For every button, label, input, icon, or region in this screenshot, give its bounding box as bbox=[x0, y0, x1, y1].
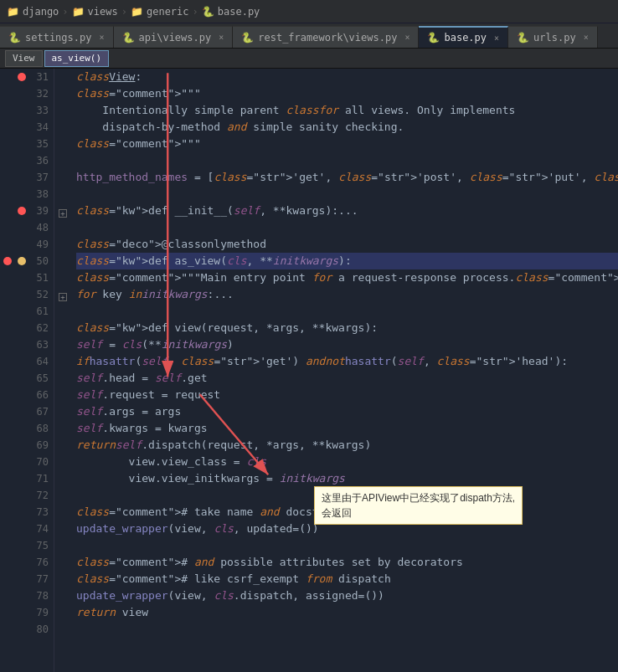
fold-icon-76 bbox=[54, 554, 71, 571]
code-line-77: class="comment"># like csrf_exempt from … bbox=[76, 571, 618, 587]
fold-icon-50 bbox=[54, 253, 71, 269]
tab-rest-framework-views[interactable]: 🐍 rest_framework\views.py × bbox=[233, 26, 419, 48]
fold-icon-37 bbox=[54, 169, 71, 186]
close-icon4[interactable]: × bbox=[494, 33, 499, 43]
code-line-63: self = cls(**initkwargs) bbox=[76, 336, 618, 353]
breadcrumb-file-basepy[interactable]: 🐍 base.py bbox=[202, 6, 260, 18]
line-number-68: 68 bbox=[3, 420, 49, 437]
tab-base-py[interactable]: 🐍 base.py × bbox=[419, 26, 508, 48]
debug-dot[interactable] bbox=[18, 207, 26, 215]
line-number-78: 78 bbox=[3, 587, 49, 604]
folder-icon: 📁 bbox=[7, 6, 19, 18]
code-line-35: class="comment">""" bbox=[76, 136, 618, 152]
line-number-61: 61 bbox=[3, 303, 49, 320]
fold-icon-48 bbox=[54, 219, 71, 236]
line-number-64: 64 bbox=[3, 353, 49, 370]
sep3: › bbox=[193, 6, 198, 18]
code-line-31: class View: bbox=[76, 69, 618, 85]
breadcrumb-folder-generic[interactable]: 📁 generic bbox=[131, 6, 189, 18]
line-number-74: 74 bbox=[3, 521, 49, 537]
code-line-80 bbox=[76, 621, 618, 638]
fold-icon-52[interactable]: + bbox=[54, 286, 71, 303]
line-number-70: 70 bbox=[3, 454, 49, 470]
close-icon5[interactable]: × bbox=[584, 33, 589, 42]
fold-icon-36 bbox=[54, 152, 71, 169]
fold-icon-79 bbox=[54, 604, 71, 621]
tab-icon3: 🐍 bbox=[241, 32, 254, 44]
line-number-80: 80 bbox=[3, 621, 49, 638]
line-number-34: 34 bbox=[3, 119, 49, 136]
tab-api-views[interactable]: 🐍 api\views.py × bbox=[114, 26, 234, 48]
fold-icon-51 bbox=[54, 269, 71, 286]
fold-icon-61 bbox=[54, 303, 71, 320]
debug-dot[interactable] bbox=[3, 257, 12, 265]
code-line-62: class="kw">def view(request, *args, **kw… bbox=[76, 320, 618, 336]
fold-icon-63 bbox=[54, 336, 71, 353]
tab-icon5: 🐍 bbox=[517, 32, 529, 44]
fold-icon-75 bbox=[54, 537, 71, 554]
chinese-tooltip: 这里由于APIView中已经实现了dispath方法, 会返回 bbox=[314, 486, 523, 525]
tab-settings[interactable]: 🐍 settings.py × bbox=[0, 26, 114, 48]
code-area[interactable]: class View: class="comment">""" Intentio… bbox=[71, 69, 618, 672]
sep2: › bbox=[121, 6, 127, 18]
line-number-32: 32 bbox=[3, 85, 49, 102]
code-line-75 bbox=[76, 537, 618, 554]
line-number-52: 52 bbox=[3, 286, 49, 303]
file-icon: 🐍 bbox=[202, 6, 214, 18]
code-line-69: return self.dispatch(request, *args, **k… bbox=[76, 437, 618, 454]
code-line-76: class="comment"># and possible attribute… bbox=[76, 554, 618, 571]
fold-icon-78 bbox=[54, 587, 71, 604]
line-number-39: 39 bbox=[3, 203, 49, 219]
breadcrumb-folder-django[interactable]: 📁 django bbox=[7, 6, 59, 18]
code-line-37: http_method_names = [class="str">'get', … bbox=[76, 169, 618, 186]
sep1: › bbox=[62, 6, 68, 18]
line-number-62: 62 bbox=[3, 320, 49, 336]
line-number-65: 65 bbox=[3, 370, 49, 387]
line-number-77: 77 bbox=[3, 571, 49, 587]
code-line-38 bbox=[76, 186, 618, 203]
code-line-39: class="kw">def __init__(self, **kwargs):… bbox=[76, 203, 618, 219]
line-number-72: 72 bbox=[3, 487, 49, 504]
line-number-69: 69 bbox=[3, 437, 49, 454]
line-number-79: 79 bbox=[3, 604, 49, 621]
subtab-as-view[interactable]: as_view() bbox=[44, 50, 110, 67]
code-line-64: if hasattr(self, class="str">'get') and … bbox=[76, 353, 618, 370]
code-line-36 bbox=[76, 152, 618, 169]
code-line-32: class="comment">""" bbox=[76, 85, 618, 102]
folder-icon3: 📁 bbox=[131, 6, 143, 18]
line-number-37: 37 bbox=[3, 169, 49, 186]
tab-bar: 🐍 settings.py × 🐍 api\views.py × 🐍 rest_… bbox=[0, 23, 618, 49]
editor: 3132333435363738394849505152616263646566… bbox=[0, 69, 618, 672]
fold-icon-73 bbox=[54, 504, 71, 521]
folder-icon2: 📁 bbox=[72, 6, 85, 18]
tab-urls-py[interactable]: 🐍 urls.py × bbox=[508, 26, 598, 48]
close-icon3[interactable]: × bbox=[404, 33, 409, 42]
code-line-34: dispatch-by-method and simple sanity che… bbox=[76, 119, 618, 136]
fold-icon-39[interactable]: + bbox=[54, 203, 71, 219]
subtab-view[interactable]: View bbox=[5, 50, 43, 67]
fold-icon-71 bbox=[54, 470, 71, 487]
line-number-67: 67 bbox=[3, 403, 49, 420]
fold-icon-64 bbox=[54, 353, 71, 370]
fold-icon-80 bbox=[54, 621, 71, 638]
fold-icon-34 bbox=[54, 119, 71, 136]
breadcrumb-folder-views[interactable]: 📁 views bbox=[72, 6, 118, 18]
code-line-67: self.args = args bbox=[76, 403, 618, 420]
line-number-73: 73 bbox=[3, 504, 49, 521]
fold-icon-62 bbox=[54, 320, 71, 336]
line-number-51: 51 bbox=[3, 269, 49, 286]
code-line-79: return view bbox=[76, 604, 618, 621]
fold-icon-65 bbox=[54, 370, 71, 387]
line-number-48: 48 bbox=[3, 219, 49, 236]
code-line-68: self.kwargs = kwargs bbox=[76, 420, 618, 437]
fold-icon-72 bbox=[54, 487, 71, 504]
tab-icon2: 🐍 bbox=[122, 32, 135, 44]
line-number-31: 31 bbox=[3, 69, 49, 85]
fold-icon-66 bbox=[54, 387, 71, 403]
debug-dot[interactable] bbox=[18, 73, 26, 81]
close-icon2[interactable]: × bbox=[219, 33, 224, 42]
yellow-dot[interactable] bbox=[18, 257, 26, 265]
close-icon[interactable]: × bbox=[99, 33, 104, 42]
breadcrumb-bar: 📁 django › 📁 views › 📁 generic › 🐍 base.… bbox=[0, 0, 618, 23]
fold-icon-69 bbox=[54, 437, 71, 454]
